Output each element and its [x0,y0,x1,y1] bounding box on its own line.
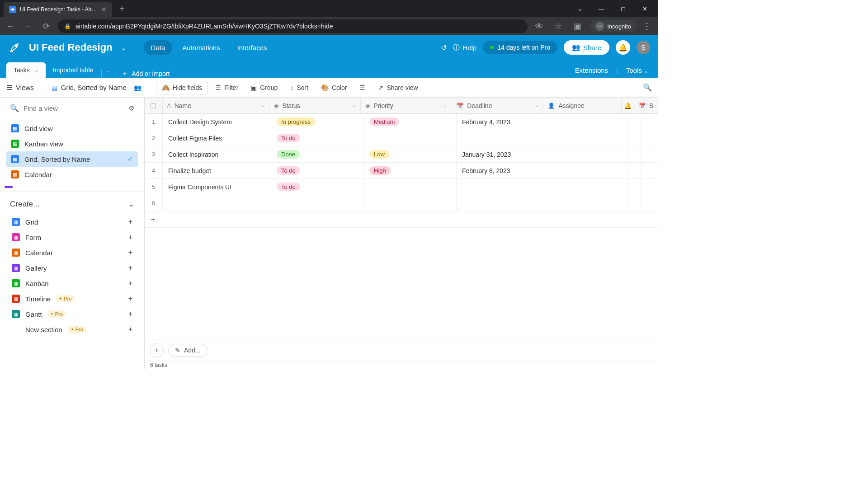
cell-notify[interactable] [628,146,641,162]
url-field[interactable]: 🔒 airtable.com/appnB2PYqtdgiMrZG/tbliXpR… [58,19,528,33]
chevron-down-icon[interactable]: ⌄ [443,103,447,108]
cell-notify[interactable] [628,195,641,211]
reload-icon[interactable]: ⟳ [40,21,52,31]
panel-icon[interactable]: ▣ [571,21,584,31]
incognito-badge[interactable]: 👓 Incognito [590,20,637,33]
eye-off-icon[interactable]: 👁 [533,22,546,31]
table-row[interactable]: 4 Finalize budget To do High February 8,… [145,163,658,179]
create-view-kanban[interactable]: ▦Kanban+ [10,276,134,291]
cell-extra[interactable] [641,146,658,162]
plus-icon[interactable]: + [128,264,132,272]
cell-priority[interactable]: Medium [364,114,457,130]
table-row[interactable]: 1 Collect Design System In progress Medi… [145,114,658,130]
cell-deadline[interactable]: January 31, 2023 [457,146,549,162]
cell-priority[interactable] [364,130,457,146]
plus-icon[interactable]: + [128,249,132,257]
notifications-button[interactable]: 🔔 [616,40,630,55]
cell-notify[interactable] [628,114,641,130]
add-or-import-button[interactable]: ＋ Add or import [122,70,170,78]
cell-name[interactable]: Collect Figma Files [163,130,271,146]
gear-icon[interactable]: ⚙ [128,104,134,113]
row-height-button[interactable]: ☰ [354,81,371,94]
filter-button[interactable]: ☰ Filter [210,81,244,94]
cell-name[interactable]: Finalize budget [163,163,271,178]
add-row-button[interactable]: + [145,211,658,228]
cell-priority[interactable]: High [364,163,457,178]
cell-notify[interactable] [628,163,641,178]
sidebar-view-item[interactable]: ▦Grid view [6,121,138,136]
table-row[interactable]: 5 Figma Components UI To do [145,179,658,195]
plus-icon[interactable]: + [128,279,132,287]
sidebar-view-item[interactable]: ▦Calendar [6,167,138,182]
footer-add-menu[interactable]: ✎ Add... [168,344,208,357]
minimize-icon[interactable]: ― [591,2,611,15]
plus-icon[interactable]: + [128,295,132,303]
create-view-gallery[interactable]: ▦Gallery+ [10,260,134,276]
column-name[interactable]: AName⌄ [163,98,269,113]
create-new-section[interactable]: New section Pro + [10,322,134,337]
share-view-button[interactable]: ↗ Share view [373,81,423,94]
sort-button[interactable]: ↕ Sort [285,81,314,94]
cell-extra[interactable] [641,163,658,178]
plus-icon[interactable]: + [128,218,132,226]
chrome-menu-icon[interactable]: ⋮ [643,21,651,31]
table-tab-menu[interactable]: ⌄ [103,64,114,78]
sidebar-view-item[interactable]: ▦Kanban view [6,136,138,151]
cell-assignee[interactable] [549,114,628,130]
chevron-down-icon[interactable]: ⌄ [34,67,38,73]
create-view-timeline[interactable]: ▦TimelinePro+ [10,291,134,306]
cell-deadline[interactable]: February 4, 2023 [457,114,549,130]
people-icon[interactable]: 👥 [134,84,142,91]
cell-assignee[interactable] [549,179,628,195]
tab-automations[interactable]: Automations [175,40,227,55]
current-view-name[interactable]: ▦ Grid, Sorted by Name 👥 [52,84,142,91]
base-name[interactable]: UI Feed Redesign [29,42,113,53]
cell-deadline[interactable]: February 8, 2023 [457,163,549,178]
table-row[interactable]: 2 Collect Figma Files To do [145,130,658,146]
star-icon[interactable]: ☆ [552,21,565,31]
cell-name[interactable]: Collect Inspiration [163,146,271,162]
create-header[interactable]: Create... ⌄ [10,199,134,209]
tab-data[interactable]: Data [144,40,173,55]
column-status[interactable]: ◉Status⌄ [269,98,361,113]
table-row[interactable]: 3 Collect Inspiration Done Low January 3… [145,146,658,163]
table-tab-tasks[interactable]: Tasks ⌄ [6,62,46,78]
group-button[interactable]: ▣ Group [245,81,283,94]
cell-priority[interactable]: Low [364,146,457,162]
history-icon[interactable]: ↺ [441,43,447,52]
cell-extra[interactable] [641,179,658,195]
chevron-down-icon[interactable]: ⌄ [261,103,264,108]
column-assignee[interactable]: 👤Assignee [543,98,622,113]
tab-interfaces[interactable]: Interfaces [230,40,274,55]
maximize-icon[interactable]: ◻ [613,2,633,15]
extensions-button[interactable]: Extensions [575,66,608,74]
cell-status[interactable]: Done [271,146,364,162]
cell-status[interactable]: To do [271,179,364,195]
cell-extra[interactable] [641,114,658,130]
create-view-cal[interactable]: ▦Calendar+ [10,245,134,260]
plus-icon[interactable]: + [128,233,132,241]
rocket-icon[interactable] [8,41,21,54]
table-tab-imported[interactable]: Imported table [46,62,101,78]
share-button[interactable]: 👥 Share [564,40,609,55]
avatar[interactable]: S [637,41,650,54]
column-priority[interactable]: ◉Priority⌄ [361,98,452,113]
hide-fields-button[interactable]: 🙈 Hide fields [156,81,208,94]
cell-name[interactable] [163,195,271,211]
chevron-down-icon[interactable]: ⌄ [121,43,127,52]
browser-tab[interactable]: UI Feed Redesign: Tasks - Airtab… ✕ [4,2,112,17]
column-notify[interactable]: 🔔 [622,98,634,113]
search-icon[interactable]: 🔍 [643,83,652,92]
cell-status[interactable]: To do [271,130,364,146]
cell-status[interactable]: To do [271,163,364,178]
cell-name[interactable]: Figma Components UI [163,179,271,195]
column-deadline[interactable]: 📅Deadline⌄ [452,98,543,113]
plus-icon[interactable]: + [128,310,132,318]
cell-assignee[interactable] [549,130,628,146]
cell-assignee[interactable] [549,146,628,162]
tools-button[interactable]: Tools⌄ [626,66,648,74]
back-icon[interactable]: ← [4,22,16,31]
cell-name[interactable]: Collect Design System [163,114,271,130]
chevron-down-icon[interactable]: ⌄ [535,103,538,108]
caret-down-icon[interactable]: ⌄ [570,2,590,15]
